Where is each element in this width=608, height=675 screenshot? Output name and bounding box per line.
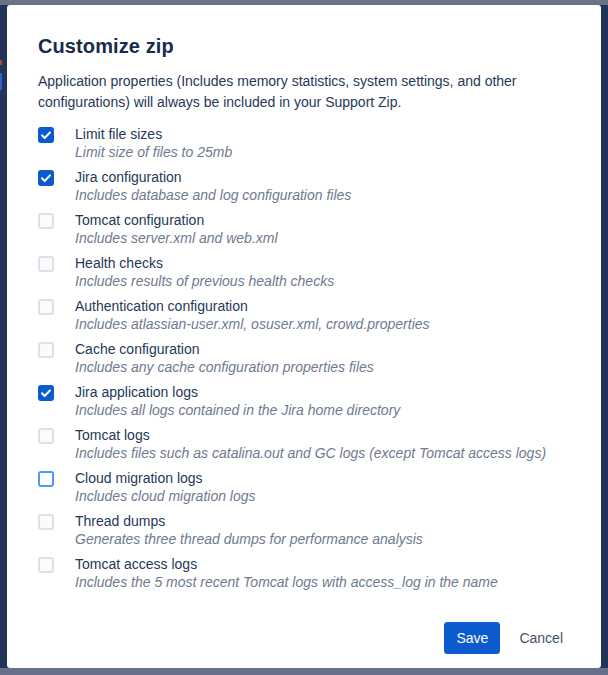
- option-text: Cache configuration Includes any cache c…: [75, 340, 374, 376]
- option-text: Tomcat access logs Includes the 5 most r…: [75, 555, 498, 591]
- option-row: Cache configuration Includes any cache c…: [38, 340, 577, 376]
- cancel-button[interactable]: Cancel: [519, 630, 563, 646]
- option-text: Health checks Includes results of previo…: [75, 254, 334, 290]
- option-text: Authentication configuration Includes at…: [75, 297, 430, 333]
- option-checkbox[interactable]: [38, 385, 54, 401]
- option-checkbox[interactable]: [38, 471, 54, 487]
- option-label[interactable]: Tomcat access logs: [75, 555, 498, 573]
- option-checkbox[interactable]: [38, 342, 54, 358]
- option-checkbox[interactable]: [38, 428, 54, 444]
- option-checkbox[interactable]: [38, 256, 54, 272]
- option-description: Generates three thread dumps for perform…: [75, 530, 423, 548]
- option-text: Tomcat logs Includes files such as catal…: [75, 426, 546, 462]
- option-label[interactable]: Authentication configuration: [75, 297, 430, 315]
- option-list: Limit file sizes Limit size of files to …: [38, 125, 577, 591]
- dialog-description: Application properties (Includes memory …: [38, 71, 590, 113]
- option-row: Health checks Includes results of previo…: [38, 254, 577, 290]
- option-label[interactable]: Thread dumps: [75, 512, 423, 530]
- option-text: Limit file sizes Limit size of files to …: [75, 125, 232, 161]
- option-description: Limit size of files to 25mb: [75, 143, 232, 161]
- option-label[interactable]: Jira configuration: [75, 168, 351, 186]
- customize-zip-dialog: Customize zip Application properties (In…: [7, 5, 601, 668]
- option-row: Cloud migration logs Includes cloud migr…: [38, 469, 577, 505]
- option-text: Jira configuration Includes database and…: [75, 168, 351, 204]
- option-text: Cloud migration logs Includes cloud migr…: [75, 469, 256, 505]
- option-label[interactable]: Cloud migration logs: [75, 469, 256, 487]
- checkmark-icon: [40, 387, 52, 399]
- option-description: Includes any cache configuration propert…: [75, 358, 374, 376]
- checkmark-icon: [40, 129, 52, 141]
- option-row: Jira configuration Includes database and…: [38, 168, 577, 204]
- option-label[interactable]: Cache configuration: [75, 340, 374, 358]
- option-description: Includes database and log configuration …: [75, 186, 351, 204]
- option-row: Thread dumps Generates three thread dump…: [38, 512, 577, 548]
- option-checkbox[interactable]: [38, 557, 54, 573]
- option-label[interactable]: Limit file sizes: [75, 125, 232, 143]
- backdrop-artifact: [0, 73, 2, 90]
- backdrop-artifact: [0, 60, 2, 65]
- option-row: Tomcat configuration Includes server.xml…: [38, 211, 577, 247]
- screen: Customize zip Application properties (In…: [0, 0, 608, 675]
- backdrop-artifact-bottom: [0, 668, 608, 675]
- option-text: Tomcat configuration Includes server.xml…: [75, 211, 278, 247]
- option-label[interactable]: Health checks: [75, 254, 334, 272]
- option-description: Includes the 5 most recent Tomcat logs w…: [75, 573, 498, 591]
- dialog-footer: Save Cancel: [444, 622, 563, 654]
- option-label[interactable]: Tomcat logs: [75, 426, 546, 444]
- option-checkbox[interactable]: [38, 127, 54, 143]
- option-checkbox[interactable]: [38, 213, 54, 229]
- option-row: Tomcat access logs Includes the 5 most r…: [38, 555, 577, 591]
- option-text: Jira application logs Includes all logs …: [75, 383, 400, 419]
- option-description: Includes results of previous health chec…: [75, 272, 334, 290]
- option-row: Authentication configuration Includes at…: [38, 297, 577, 333]
- checkmark-icon: [40, 172, 52, 184]
- option-description: Includes cloud migration logs: [75, 487, 256, 505]
- option-description: Includes server.xml and web.xml: [75, 229, 278, 247]
- option-checkbox[interactable]: [38, 299, 54, 315]
- option-row: Tomcat logs Includes files such as catal…: [38, 426, 577, 462]
- dialog-title: Customize zip: [38, 34, 577, 58]
- option-description: Includes all logs contained in the Jira …: [75, 401, 400, 419]
- option-text: Thread dumps Generates three thread dump…: [75, 512, 423, 548]
- option-label[interactable]: Tomcat configuration: [75, 211, 278, 229]
- option-checkbox[interactable]: [38, 170, 54, 186]
- option-row: Jira application logs Includes all logs …: [38, 383, 577, 419]
- option-checkbox[interactable]: [38, 514, 54, 530]
- option-label[interactable]: Jira application logs: [75, 383, 400, 401]
- save-button[interactable]: Save: [444, 622, 500, 654]
- option-row: Limit file sizes Limit size of files to …: [38, 125, 577, 161]
- option-description: Includes files such as catalina.out and …: [75, 444, 546, 462]
- option-description: Includes atlassian-user.xml, osuser.xml,…: [75, 315, 430, 333]
